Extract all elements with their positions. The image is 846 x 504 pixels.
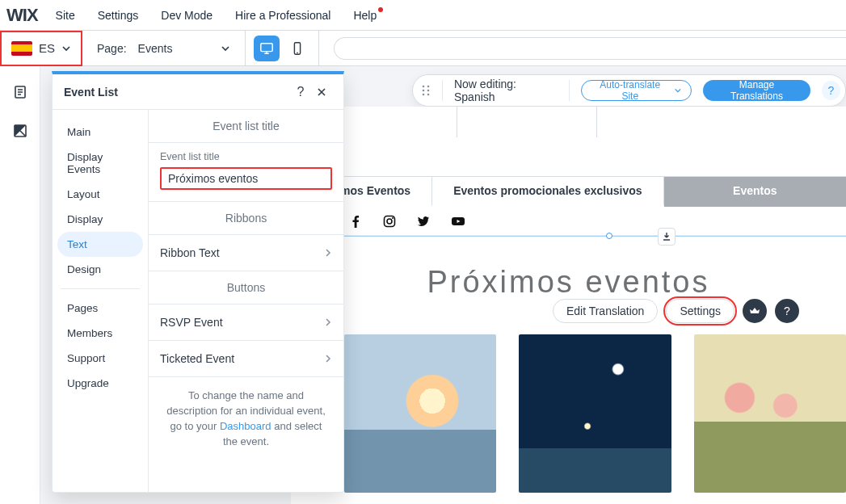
- rail-pages-button[interactable]: [12, 84, 28, 100]
- auto-translate-button[interactable]: Auto-translate Site: [581, 80, 692, 101]
- svg-point-9: [423, 94, 425, 96]
- manage-translations-button[interactable]: Manage Translations: [703, 80, 810, 101]
- panel-header: Event List ?: [53, 74, 343, 110]
- divider: [442, 80, 443, 101]
- chevron-down-icon: [674, 86, 682, 94]
- svg-point-13: [392, 217, 394, 219]
- tab-promo-events[interactable]: Eventos promocionales exclusivos: [431, 177, 663, 207]
- page-preview: Próximos Eventos Eventos promocionales e…: [291, 107, 846, 504]
- question-mark-icon: ?: [784, 304, 790, 317]
- section-event-list-title: Event list title: [149, 110, 343, 143]
- page-headline: Próximos eventos: [291, 265, 846, 300]
- wix-logo: WIX: [6, 5, 38, 26]
- left-rail: [0, 66, 40, 504]
- ruler-line: [291, 236, 846, 237]
- dashboard-link[interactable]: Dashboard: [220, 420, 271, 432]
- section-buttons: Buttons: [149, 271, 343, 304]
- chevron-down-icon: [61, 44, 71, 53]
- nav-design[interactable]: Design: [57, 257, 143, 282]
- youtube-icon[interactable]: [451, 215, 465, 228]
- toolbar-help-button[interactable]: ?: [822, 81, 840, 100]
- nav-upgrade[interactable]: Upgrade: [57, 371, 143, 396]
- nav-display-events[interactable]: Display Events: [57, 145, 143, 182]
- search-input[interactable]: [334, 37, 846, 60]
- svg-point-7: [423, 90, 425, 92]
- panel-title: Event List: [64, 86, 290, 99]
- facebook-icon[interactable]: [349, 215, 362, 228]
- event-card[interactable]: [519, 334, 671, 493]
- field-label: Event list title: [160, 151, 332, 162]
- panel-side-nav: Main Display Events Layout Display Text …: [53, 110, 148, 492]
- drag-handle-icon[interactable]: [421, 84, 431, 97]
- nav-divider: [61, 288, 140, 289]
- crown-button[interactable]: [743, 299, 767, 323]
- page-selector[interactable]: Page: Events: [82, 31, 246, 65]
- row-rsvp-event[interactable]: RSVP Event: [149, 304, 343, 341]
- anchor-handle-icon[interactable]: [606, 233, 612, 239]
- field-event-list-title: Event list title Próximos eventos: [149, 143, 343, 202]
- event-list-title-input[interactable]: Próximos eventos: [160, 167, 332, 190]
- page-selector-value: Events: [138, 42, 173, 55]
- mobile-view-button[interactable]: [284, 36, 310, 61]
- menu-dev-mode[interactable]: Dev Mode: [161, 9, 213, 22]
- nav-members[interactable]: Members: [57, 321, 143, 346]
- page-selector-label: Page:: [97, 42, 127, 55]
- menu-help[interactable]: Help: [353, 9, 377, 22]
- device-switch: [246, 31, 319, 65]
- chevron-right-icon: [324, 317, 332, 327]
- page-tabs: Próximos Eventos Eventos promocionales e…: [291, 176, 846, 207]
- chevron-right-icon: [324, 354, 332, 363]
- social-icons-row: [291, 207, 846, 236]
- desktop-view-button[interactable]: [254, 36, 280, 61]
- tab-eventos[interactable]: Eventos: [664, 177, 846, 207]
- section-ruler: [291, 236, 846, 244]
- event-cards: [344, 334, 846, 493]
- nav-main[interactable]: Main: [57, 120, 143, 145]
- editing-status-label: Now editing: Spanish: [454, 78, 558, 103]
- notification-dot-icon: [378, 7, 383, 12]
- language-selector[interactable]: ES: [0, 31, 82, 66]
- crown-icon: [749, 305, 760, 317]
- row-label: Ribbon Text: [160, 246, 220, 259]
- svg-point-5: [423, 86, 425, 88]
- nav-layout[interactable]: Layout: [57, 182, 143, 207]
- edit-translation-button[interactable]: Edit Translation: [553, 299, 659, 323]
- download-section-button[interactable]: [658, 228, 676, 246]
- help-button[interactable]: ?: [775, 299, 799, 323]
- divider: [569, 80, 570, 101]
- panel-help-button[interactable]: ?: [290, 85, 311, 99]
- nav-support[interactable]: Support: [57, 346, 143, 371]
- twitter-icon[interactable]: [417, 215, 430, 228]
- auto-translate-label: Auto-translate Site: [591, 79, 669, 102]
- page-icon: [12, 84, 28, 100]
- menu-site[interactable]: Site: [56, 9, 75, 22]
- nav-pages[interactable]: Pages: [57, 296, 143, 321]
- instagram-icon[interactable]: [383, 215, 396, 228]
- panel-body: Main Display Events Layout Display Text …: [53, 110, 343, 492]
- close-icon: [316, 86, 327, 98]
- chevron-right-icon: [324, 248, 332, 258]
- desktop-icon: [259, 41, 274, 56]
- nav-display[interactable]: Display: [57, 207, 143, 232]
- nav-text[interactable]: Text: [57, 232, 143, 257]
- row-ticketed-event[interactable]: Ticketed Event: [149, 341, 343, 377]
- browser-window-stub: [457, 107, 597, 137]
- panel-settings: Event list title Event list title Próxim…: [148, 110, 343, 492]
- svg-point-8: [427, 90, 430, 92]
- svg-rect-0: [261, 43, 272, 51]
- event-card[interactable]: [344, 334, 496, 493]
- widget-settings-button[interactable]: Settings: [666, 299, 734, 323]
- rail-theme-button[interactable]: [12, 123, 28, 139]
- event-card[interactable]: [694, 334, 846, 493]
- row-ribbon-text[interactable]: Ribbon Text: [149, 235, 343, 271]
- editing-toolbar: Now editing: Spanish Auto-translate Site…: [412, 74, 846, 107]
- svg-point-12: [387, 219, 392, 224]
- mobile-icon: [291, 41, 304, 56]
- menu-settings[interactable]: Settings: [98, 9, 139, 22]
- panel-close-button[interactable]: [311, 86, 332, 98]
- chevron-down-icon: [221, 44, 230, 53]
- menu-hire-pro[interactable]: Hire a Professional: [235, 9, 330, 22]
- section-ribbons: Ribbons: [149, 202, 343, 235]
- row-label: RSVP Event: [160, 316, 223, 329]
- panel-footer-note: To change the name and description for a…: [149, 377, 343, 449]
